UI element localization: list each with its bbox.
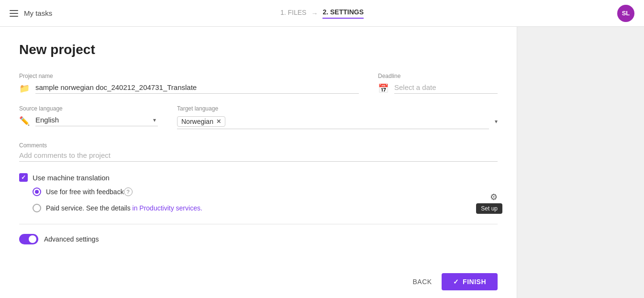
deadline-label: Deadline [378, 73, 498, 79]
target-language-group: Target language Norwegian ✕ ▾ [177, 105, 498, 129]
gear-icon-free[interactable]: ⚙ [490, 192, 498, 202]
finish-label: FINISH [463, 278, 486, 286]
source-lang-wrapper: ✏️ English ▾ [19, 114, 158, 126]
mt-options: Use for free with feedback ? ⚙ Set up [33, 188, 498, 212]
page-title: New project [19, 42, 498, 57]
advanced-settings-label: Advanced settings [44, 235, 99, 243]
nav-left: My tasks [10, 9, 52, 17]
help-icon[interactable]: ? [124, 188, 133, 196]
project-name-field-wrapper: 📁 [19, 81, 359, 94]
project-deadline-row: Project name 📁 Deadline 📅 [19, 73, 498, 94]
main-content: New project Project name 📁 Deadline 📅 [0, 27, 644, 298]
target-lang-chevron-icon: ▾ [495, 118, 498, 125]
stepper: 1. FILES → 2. SETTINGS [280, 8, 364, 19]
mt-radio-paid[interactable] [33, 204, 41, 212]
norwegian-tag-close[interactable]: ✕ [216, 118, 221, 125]
step-arrow: → [311, 10, 318, 17]
divider [19, 224, 498, 224]
hamburger-icon[interactable] [10, 10, 18, 17]
app-title: My tasks [24, 9, 52, 17]
source-lang-select-wrapper: English ▾ [35, 114, 158, 126]
pencil-icon: ✏️ [19, 116, 30, 126]
deadline-group: Deadline 📅 [378, 73, 498, 94]
setup-tooltip: Set up [476, 203, 502, 214]
norwegian-tag-label: Norwegian [181, 118, 213, 125]
bottom-bar: BACK ✓ FINISH [0, 265, 517, 298]
mt-option-free: Use for free with feedback ? ⚙ Set up [33, 188, 498, 196]
advanced-settings-toggle[interactable] [19, 234, 38, 244]
finish-check-icon: ✓ [453, 278, 459, 286]
mt-header: Use machine translation [19, 173, 498, 182]
finish-button[interactable]: ✓ FINISH [442, 273, 498, 290]
mt-option-paid-label: Paid service. See the details in Product… [46, 204, 202, 212]
norwegian-tag: Norwegian ✕ [177, 116, 225, 127]
avatar[interactable]: SL [617, 5, 634, 22]
paid-option-prefix: Paid service. See the details [46, 204, 133, 212]
mt-option-free-row: Use for free with feedback ? ⚙ Set up [33, 188, 498, 196]
source-language-select[interactable]: English [35, 114, 158, 126]
deadline-field-wrapper: 📅 [378, 81, 498, 94]
back-button[interactable]: BACK [412, 278, 432, 286]
source-language-group: Source language ✏️ English ▾ [19, 105, 158, 126]
target-language-label: Target language [177, 105, 498, 112]
project-name-input[interactable] [35, 81, 359, 94]
mt-option-paid: Paid service. See the details in Product… [33, 204, 498, 212]
language-row: Source language ✏️ English ▾ Target lang… [19, 105, 498, 129]
top-nav: My tasks 1. FILES → 2. SETTINGS SL [0, 0, 644, 27]
target-lang-wrapper: Norwegian ✕ ▾ [177, 114, 498, 129]
deadline-input[interactable] [394, 81, 498, 94]
step-2[interactable]: 2. SETTINGS [322, 8, 364, 19]
step-1[interactable]: 1. FILES [280, 9, 306, 18]
comments-input[interactable] [19, 149, 498, 162]
right-panel [517, 27, 644, 298]
paid-option-link[interactable]: in Productivity services. [133, 204, 202, 212]
mt-label: Use machine translation [33, 174, 110, 182]
target-language-select-box[interactable]: Norwegian ✕ [177, 114, 489, 129]
content-area: New project Project name 📁 Deadline 📅 [0, 27, 517, 298]
folder-icon: 📁 [19, 83, 30, 94]
mt-option-paid-row: Paid service. See the details in Product… [33, 204, 498, 212]
mt-option-free-label: Use for free with feedback [46, 188, 124, 196]
calendar-icon: 📅 [378, 83, 389, 94]
source-language-label: Source language [19, 105, 158, 112]
project-name-label: Project name [19, 73, 359, 79]
project-name-group: Project name 📁 [19, 73, 359, 94]
advanced-settings-section: Advanced settings [19, 234, 498, 244]
mt-section: Use machine translation Use for free wit… [19, 173, 498, 212]
comments-section: Comments [19, 141, 498, 162]
mt-radio-free[interactable] [33, 188, 41, 196]
comments-label: Comments [19, 142, 47, 149]
mt-checkbox[interactable] [19, 173, 28, 182]
